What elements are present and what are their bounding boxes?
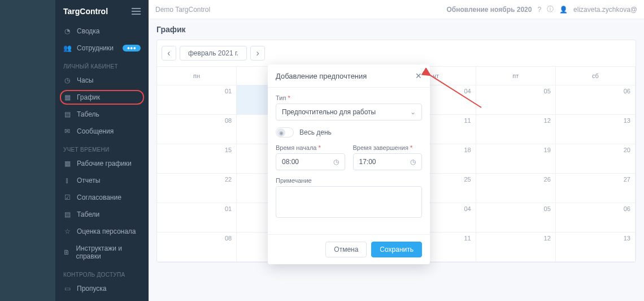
people-icon: 👥 [63, 44, 71, 52]
allday-label: Весь день [299, 128, 332, 136]
dashboard-icon: ◔ [63, 27, 71, 35]
calendar-controls: ‹ февраль 2021 г. › [157, 40, 636, 67]
date-number: 06 [624, 88, 630, 94]
allday-toggle[interactable]: ◉ [276, 127, 294, 137]
date-number: 20 [624, 147, 630, 153]
menu-toggle[interactable] [132, 8, 141, 15]
schedule-icon: ▦ [63, 160, 71, 167]
sidebar-item-timesheets[interactable]: ▤ Табели [55, 206, 149, 223]
weekday: пн [157, 67, 237, 85]
sidebar-item-schedule[interactable]: ▦ График [55, 89, 149, 106]
next-month-button[interactable]: › [250, 46, 265, 61]
sidebar-item-label: График [77, 93, 100, 101]
sidebar-item-label: Сотрудники [77, 44, 114, 52]
sidebar-item-approval[interactable]: ☑ Согласование [55, 189, 149, 206]
sidebar-item-label: Согласование [77, 194, 121, 201]
help-icon[interactable]: ? [537, 6, 541, 14]
type-select[interactable]: Предпочтительно для работы ⌄ [276, 104, 422, 121]
sidebar-item-hours[interactable]: ◷ Часы [55, 72, 149, 89]
date-number: 05 [544, 88, 551, 94]
date-number: 22 [225, 176, 232, 183]
close-icon[interactable]: ✕ [415, 71, 422, 80]
date-number: 12 [544, 117, 551, 124]
calendar-cell[interactable]: 22 [157, 174, 237, 203]
sidebar-item-label: Часы [77, 76, 93, 84]
calendar-cell[interactable]: 06 [556, 85, 636, 115]
sidebar-item-label: Табели [77, 210, 99, 218]
sidebar-item-assessment[interactable]: ☆ Оценка персонала [55, 223, 149, 240]
calendar-cell[interactable]: 05 [476, 85, 556, 115]
calendar-cell[interactable]: 01 [157, 85, 237, 115]
calendar-cell[interactable]: 08 [157, 115, 237, 144]
section-access: КОНТРОЛЬ ДОСТУПА [55, 265, 149, 280]
calendar-cell[interactable]: 27 [556, 174, 636, 203]
sidebar-item-pass-design[interactable]: ▧ Дизайн пропусков [55, 297, 149, 301]
sidebar-item-timesheet[interactable]: ▤ Табель [55, 106, 149, 123]
calendar-cell[interactable]: 19 [476, 144, 556, 174]
calendar-cell[interactable]: 26 [476, 174, 556, 203]
save-button[interactable]: Сохранить [371, 242, 422, 257]
demo-label: Demo TargControl [155, 6, 210, 14]
date-number: 04 [464, 88, 471, 94]
date-number: 08 [225, 235, 232, 242]
sidebar-item-summary[interactable]: ◔ Сводка [55, 23, 149, 40]
calendar-cell[interactable]: 08 [157, 233, 237, 262]
badge: ●●● [123, 45, 141, 51]
date-number: 11 [464, 235, 471, 242]
note-label: Примечание [276, 177, 422, 184]
star-icon: ☆ [63, 227, 71, 235]
page-title: График [149, 19, 644, 40]
message-icon: ✉ [63, 127, 71, 135]
sidebar-item-reports[interactable]: ⫿ Отчеты [55, 172, 149, 189]
date-number: 05 [544, 205, 551, 212]
date-number: 01 [225, 205, 232, 212]
type-value: Предпочтительно для работы [282, 108, 376, 116]
calendar-cell[interactable]: 13 [556, 233, 636, 262]
update-link[interactable]: Обновление ноябрь 2020 [447, 6, 532, 14]
prev-month-button[interactable]: ‹ [162, 46, 176, 61]
cancel-button[interactable]: Отмена [325, 242, 367, 257]
pass-icon: ▭ [63, 285, 71, 293]
sheets-icon: ▤ [63, 210, 71, 218]
sidebar-item-label: Отчеты [77, 177, 100, 184]
sheet-icon: ▤ [63, 110, 71, 118]
end-label: Время завершения * [353, 144, 423, 151]
calendar-cell[interactable]: 05 [476, 203, 556, 233]
info-icon[interactable]: ⓘ [547, 5, 554, 14]
calendar-cell[interactable]: 01 [157, 203, 237, 233]
section-time: УЧЕТ ВРЕМЕНИ [55, 140, 149, 155]
weekday: сб [556, 67, 636, 85]
modal-title: Добавление предпочтения [276, 72, 367, 80]
sidebar-item-work-schedules[interactable]: ▦ Рабочие графики [55, 155, 149, 172]
active-highlight [60, 90, 144, 105]
user-name[interactable]: elizaveta.zychkova@ [573, 6, 637, 14]
calendar-cell[interactable]: 13 [556, 115, 636, 144]
period-label[interactable]: февраль 2021 г. [180, 46, 247, 61]
calendar-cell[interactable]: 12 [476, 233, 556, 262]
brand: TargControl [63, 7, 108, 16]
date-number: 06 [624, 205, 630, 212]
date-number: 18 [464, 147, 471, 153]
user-icon: 👤 [559, 6, 568, 14]
fingerprint-icon: ◉ [277, 128, 285, 137]
end-time-input[interactable]: 17:00 ◷ [353, 153, 423, 170]
section-personal: ЛИЧНЫЙ КАБИНЕТ [55, 57, 149, 72]
sidebar-item-employees[interactable]: 👥 Сотрудники ●●● [55, 40, 149, 57]
sidebar-item-label: Оценка персонала [77, 227, 136, 235]
sidebar-item-label: Пропуска [77, 285, 107, 293]
weekday: пт [476, 67, 556, 85]
date-number: 25 [464, 176, 471, 183]
clock-icon: ◷ [63, 76, 71, 84]
start-time-input[interactable]: 08:00 ◷ [276, 153, 345, 170]
approval-icon: ☑ [63, 194, 71, 201]
sidebar-item-label: Сообщения [77, 127, 114, 135]
calendar-cell[interactable]: 20 [556, 144, 636, 174]
calendar-cell[interactable]: 12 [476, 115, 556, 144]
sidebar-item-briefings[interactable]: 🗎 Инструктажи и справки [55, 240, 149, 265]
note-textarea[interactable] [276, 186, 422, 218]
calendar-cell[interactable]: 06 [556, 203, 636, 233]
modal-header: Добавление предпочтения ✕ [268, 64, 430, 88]
sidebar-item-messages[interactable]: ✉ Сообщения [55, 123, 149, 140]
calendar-cell[interactable]: 15 [157, 144, 237, 174]
sidebar-item-passes[interactable]: ▭ Пропуска [55, 280, 149, 297]
